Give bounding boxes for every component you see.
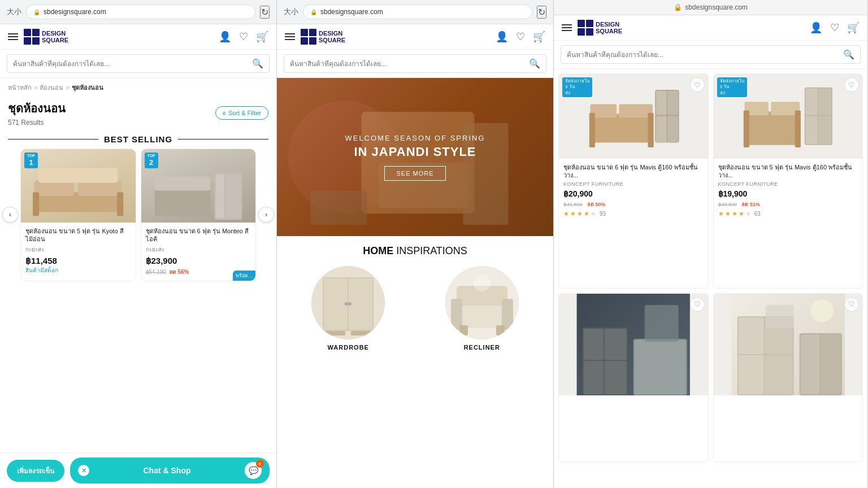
product-card-2[interactable]: TOP 2 ชุดห้องนอน ขนาด	[141, 149, 257, 281]
url-text-mid: sbdesignsquare.com	[320, 8, 383, 16]
search-input-right[interactable]	[567, 51, 840, 59]
account-icon-right[interactable]: 👤	[810, 21, 822, 34]
carousel-prev-button[interactable]: ‹	[2, 207, 18, 223]
svg-point-32	[474, 274, 491, 291]
breadcrumb-sep1: >	[34, 84, 37, 91]
app-header-right: DESIGN SQUARE 👤 ♡ 🛒	[554, 15, 867, 41]
hamburger-menu-right[interactable]	[562, 24, 572, 31]
account-icon[interactable]: 👤	[219, 30, 231, 43]
wishlist-icon-right[interactable]: ♡	[830, 21, 839, 34]
svg-rect-36	[619, 104, 653, 118]
product-image-1	[21, 149, 136, 223]
browser-bar-right: 🔒 sbdesignsquare.com	[554, 0, 867, 15]
wishlist-icon[interactable]: ♡	[239, 30, 248, 43]
search-button-mid[interactable]: 🔍	[529, 58, 540, 69]
product-brand-1: กะยะสะ	[25, 245, 131, 254]
logo-text-mid: DESIGN SQUARE	[319, 30, 345, 43]
svg-rect-23	[323, 331, 345, 336]
grid-product-2[interactable]: จัดส่งภายใน 3 วัน ส่ง ♡ ชุดห้อง	[713, 73, 863, 289]
wardrobe-label: WARDROBE	[285, 344, 412, 351]
search-button-right[interactable]: 🔍	[843, 49, 854, 60]
recliner-svg	[445, 266, 519, 339]
search-input-wrap-mid: 🔍	[284, 54, 546, 73]
svg-rect-71	[765, 355, 792, 394]
search-input-mid[interactable]	[290, 60, 526, 68]
hero-text: WELCOME SEASON OF SPRING IN JAPANDI STYL…	[345, 134, 485, 181]
grid-original-price-1: ฿41,800	[563, 202, 583, 207]
grid-product-1[interactable]: จัดส่งภายใน 3 วัน ส่ง ♡ ชุดห้อง	[558, 73, 709, 289]
star-1-4: ★	[584, 210, 589, 217]
svg-rect-42	[589, 113, 595, 147]
search-button[interactable]: 🔍	[252, 58, 263, 69]
breadcrumb-sep2: >	[66, 84, 69, 91]
carousel-next-button[interactable]: ›	[258, 207, 274, 223]
account-icon-mid[interactable]: 👤	[496, 30, 508, 43]
chat-shop-pill[interactable]: ✕ Chat & Shop 💬 0	[70, 457, 270, 483]
grid-product-image-4: ♡	[714, 294, 863, 395]
hamburger-menu[interactable]	[8, 33, 18, 40]
product-badge-1: TOP 1	[24, 152, 38, 168]
svg-rect-51	[806, 116, 818, 144]
cart-icon[interactable]: 🛒	[256, 30, 268, 43]
see-more-button[interactable]: SEE MORE	[384, 166, 445, 181]
product-brand-2: กะยะสะ	[146, 245, 251, 254]
url-bar-left[interactable]: 🔒 sbdesignsquare.com	[26, 5, 255, 19]
product-card-1[interactable]: TOP 1	[20, 149, 136, 281]
breadcrumb-current: ชุดห้องนอน	[72, 82, 103, 93]
svg-rect-68	[738, 317, 763, 354]
svg-rect-38	[656, 91, 667, 115]
hamburger-menu-mid[interactable]	[285, 33, 295, 40]
breadcrumb: หน้าหลัก > ห้องนอน > ชุดห้องนอน	[0, 78, 276, 97]
star-1-3: ★	[577, 210, 583, 217]
grid-product-info-2: ชุดห้องนอน ขนาด 5 ฟุต รุ่น Mavis ตู้160 …	[714, 159, 863, 222]
star-1-1: ★	[563, 210, 569, 217]
chat-close-button[interactable]: ✕	[78, 465, 89, 476]
search-input[interactable]	[13, 60, 249, 68]
svg-rect-15	[311, 191, 367, 225]
search-bar-middle: 🔍	[277, 50, 553, 78]
svg-rect-74	[821, 334, 840, 394]
grid-product-4[interactable]: ♡	[713, 293, 863, 462]
breadcrumb-bedroom[interactable]: ห้องนอน	[40, 82, 63, 93]
cart-icon-right[interactable]: 🛒	[847, 21, 860, 34]
grid-fav-button-1[interactable]: ♡	[690, 77, 705, 92]
grid-product-3[interactable]: ♡	[558, 293, 709, 462]
chat-bubble-icon[interactable]: 💬 0	[245, 462, 262, 479]
svg-point-21	[345, 302, 348, 306]
url-bar-middle[interactable]: 🔒 sbdesignsquare.com	[303, 5, 532, 19]
sort-filter-button[interactable]: ≡ Sort & Filter	[215, 106, 269, 120]
page-title-text: ชุดห้องนอน 571 Results	[8, 99, 66, 127]
reload-button-mid[interactable]: ↻	[537, 6, 546, 19]
svg-rect-19	[324, 278, 348, 330]
best-selling-line-left	[8, 139, 98, 140]
grid-product-name-2: ชุดห้องนอน ขนาด 5 ฟุต รุ่น Mavis ตู้160 …	[718, 163, 858, 180]
reload-button[interactable]: ↻	[260, 6, 270, 19]
page-title-section: ชุดห้องนอน 571 Results ≡ Sort & Filter	[0, 97, 276, 130]
logo-mid[interactable]: DESIGN SQUARE	[301, 29, 345, 45]
inspiration-recliner[interactable]: RECLINER	[419, 266, 546, 351]
logo-right[interactable]: DESIGN SQUARE	[578, 20, 622, 36]
panel-left: 大小 🔒 sbdesignsquare.com ↻ DESIGN SQUARE	[0, 0, 277, 488]
review-count-2: 63	[754, 211, 761, 217]
star-2-1: ★	[718, 210, 724, 217]
inspiration-wardrobe[interactable]: WARDROBE	[285, 266, 412, 351]
breadcrumb-home[interactable]: หน้าหลัก	[8, 82, 32, 93]
grid-fav-button-2[interactable]: ♡	[844, 77, 859, 92]
grid-product-image-3: ♡	[559, 294, 708, 395]
header-icons: 👤 ♡ 🛒	[219, 30, 268, 43]
results-count: 571 Results	[8, 119, 66, 127]
svg-rect-39	[667, 91, 678, 115]
cart-icon-mid[interactable]: 🛒	[533, 30, 545, 43]
svg-rect-45	[745, 112, 800, 146]
best-selling-header: BEST SELLING	[0, 130, 276, 149]
svg-rect-70	[738, 355, 763, 394]
wardrobe-svg	[311, 266, 385, 339]
svg-rect-75	[765, 305, 793, 328]
lock-icon-right: 🔒	[674, 3, 682, 11]
svg-rect-63	[635, 340, 686, 394]
logo-icon	[24, 29, 40, 45]
wishlist-icon-mid[interactable]: ♡	[516, 30, 525, 43]
add-to-cart-button[interactable]: เพิ่มลงรถเข็น	[7, 460, 64, 482]
url-text-right: sbdesignsquare.com	[685, 3, 748, 11]
logo[interactable]: DESIGN SQUARE	[24, 29, 68, 45]
